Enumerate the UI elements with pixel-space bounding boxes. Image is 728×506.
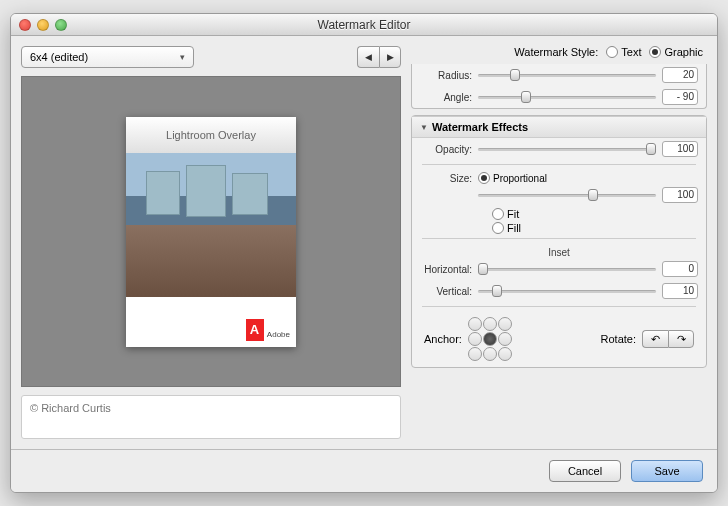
save-button[interactable]: Save bbox=[631, 460, 703, 482]
radio-icon bbox=[492, 222, 504, 234]
anchor-mr[interactable] bbox=[498, 332, 512, 346]
effects-header[interactable]: ▼ Watermark Effects bbox=[412, 116, 706, 138]
preview-canvas: Lightroom Overlay Adobe bbox=[21, 76, 401, 387]
anchor-ml[interactable] bbox=[468, 332, 482, 346]
style-graphic-label: Graphic bbox=[664, 46, 703, 58]
content-area: 6x4 (edited) ◀ ▶ Lightroom Overlay bbox=[11, 36, 717, 449]
rotate-buttons: ↶ ↷ bbox=[642, 330, 694, 348]
radius-label: Radius: bbox=[420, 70, 472, 81]
size-fit-label: Fit bbox=[507, 208, 519, 220]
preset-selected-label: 6x4 (edited) bbox=[30, 51, 88, 63]
divider bbox=[422, 306, 696, 307]
anchor-tl[interactable] bbox=[468, 317, 482, 331]
size-fit-radio[interactable]: Fit bbox=[492, 208, 706, 220]
angle-label: Angle: bbox=[420, 92, 472, 103]
size-label: Size: bbox=[420, 173, 472, 184]
rotate-group: Rotate: ↶ ↷ bbox=[601, 330, 694, 348]
radio-icon bbox=[492, 208, 504, 220]
anchor-tr[interactable] bbox=[498, 317, 512, 331]
radius-slider[interactable] bbox=[478, 68, 656, 82]
radius-value[interactable]: 20 bbox=[662, 67, 698, 83]
inset-header: Inset bbox=[412, 243, 706, 258]
titlebar: Watermark Editor bbox=[11, 14, 717, 36]
watermark-editor-window: Watermark Editor 6x4 (edited) ◀ ▶ Lightr… bbox=[10, 13, 718, 493]
anchor-group: Anchor: bbox=[424, 317, 512, 361]
watermark-overlay-preview[interactable]: Lightroom Overlay Adobe bbox=[126, 117, 296, 347]
disclosure-triangle-icon: ▼ bbox=[420, 123, 428, 132]
vertical-slider[interactable] bbox=[478, 284, 656, 298]
size-radio-group: Fit Fill bbox=[412, 206, 706, 234]
rotate-label: Rotate: bbox=[601, 333, 636, 345]
next-image-button[interactable]: ▶ bbox=[379, 46, 401, 68]
overlay-footer: Adobe bbox=[126, 297, 296, 347]
style-graphic-radio[interactable]: Graphic bbox=[649, 46, 703, 58]
horizontal-slider[interactable] bbox=[478, 262, 656, 276]
rotate-ccw-button[interactable]: ↶ bbox=[642, 330, 668, 348]
proportional-slider-row: 100 bbox=[412, 184, 706, 206]
divider bbox=[422, 164, 696, 165]
angle-value[interactable]: - 90 bbox=[662, 89, 698, 105]
preview-nav: ◀ ▶ bbox=[357, 46, 401, 68]
copyright-text: © Richard Curtis bbox=[30, 402, 111, 414]
effects-panel: ▼ Watermark Effects Opacity: 100 Size: P… bbox=[411, 115, 707, 368]
footer: Cancel Save bbox=[11, 449, 717, 492]
size-fill-radio[interactable]: Fill bbox=[492, 222, 706, 234]
anchor-bl[interactable] bbox=[468, 347, 482, 361]
anchor-mc[interactable] bbox=[483, 332, 497, 346]
angle-slider[interactable] bbox=[478, 90, 656, 104]
cancel-button[interactable]: Cancel bbox=[549, 460, 621, 482]
anchor-grid bbox=[468, 317, 512, 361]
shadow-panel-partial: Radius: 20 Angle: - 90 bbox=[411, 64, 707, 109]
horizontal-value[interactable]: 0 bbox=[662, 261, 698, 277]
photo-thumbnail bbox=[126, 153, 296, 297]
style-text-radio[interactable]: Text bbox=[606, 46, 641, 58]
anchor-rotate-row: Anchor: bbox=[412, 311, 706, 367]
proportional-slider[interactable] bbox=[478, 188, 656, 202]
adobe-label: Adobe bbox=[267, 330, 290, 341]
style-text-label: Text bbox=[621, 46, 641, 58]
opacity-value[interactable]: 100 bbox=[662, 141, 698, 157]
horizontal-row: Horizontal: 0 bbox=[412, 258, 706, 280]
rotate-cw-button[interactable]: ↷ bbox=[668, 330, 694, 348]
vertical-value[interactable]: 10 bbox=[662, 283, 698, 299]
copyright-input[interactable]: © Richard Curtis bbox=[21, 395, 401, 439]
vertical-row: Vertical: 10 bbox=[412, 280, 706, 302]
proportional-value[interactable]: 100 bbox=[662, 187, 698, 203]
size-row: Size: Proportional bbox=[412, 169, 706, 184]
opacity-slider[interactable] bbox=[478, 142, 656, 156]
preset-row: 6x4 (edited) ◀ ▶ bbox=[21, 46, 401, 68]
divider bbox=[422, 238, 696, 239]
preset-dropdown[interactable]: 6x4 (edited) bbox=[21, 46, 194, 68]
anchor-br[interactable] bbox=[498, 347, 512, 361]
right-column: Watermark Style: Text Graphic Radius: 20 bbox=[411, 46, 707, 439]
left-column: 6x4 (edited) ◀ ▶ Lightroom Overlay bbox=[21, 46, 401, 439]
anchor-label: Anchor: bbox=[424, 333, 462, 345]
angle-row: Angle: - 90 bbox=[412, 86, 706, 108]
size-proportional-label: Proportional bbox=[493, 173, 547, 184]
radio-icon bbox=[606, 46, 618, 58]
anchor-tc[interactable] bbox=[483, 317, 497, 331]
radius-row: Radius: 20 bbox=[412, 64, 706, 86]
adobe-logo-icon bbox=[246, 319, 264, 341]
vertical-label: Vertical: bbox=[420, 286, 472, 297]
opacity-row: Opacity: 100 bbox=[412, 138, 706, 160]
window-title: Watermark Editor bbox=[11, 18, 717, 32]
opacity-label: Opacity: bbox=[420, 144, 472, 155]
overlay-caption: Lightroom Overlay bbox=[126, 117, 296, 153]
radio-icon bbox=[478, 172, 490, 184]
size-proportional-radio[interactable]: Proportional bbox=[478, 172, 547, 184]
effects-header-label: Watermark Effects bbox=[432, 121, 528, 133]
horizontal-label: Horizontal: bbox=[420, 264, 472, 275]
anchor-bc[interactable] bbox=[483, 347, 497, 361]
radio-icon bbox=[649, 46, 661, 58]
style-label: Watermark Style: bbox=[514, 46, 598, 58]
watermark-style-row: Watermark Style: Text Graphic bbox=[411, 46, 707, 58]
size-fill-label: Fill bbox=[507, 222, 521, 234]
prev-image-button[interactable]: ◀ bbox=[357, 46, 379, 68]
